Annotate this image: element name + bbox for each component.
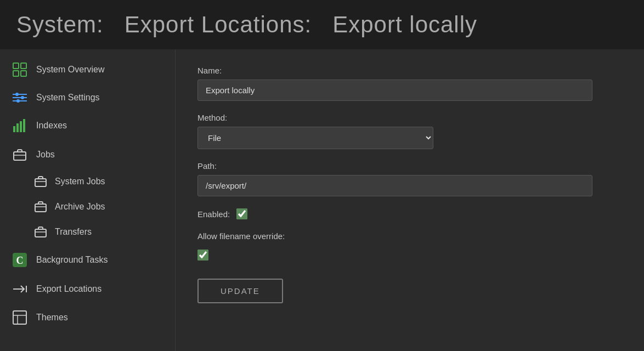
svg-rect-0 xyxy=(13,63,19,69)
sidebar-item-archive-jobs[interactable]: Archive Jobs xyxy=(0,194,175,219)
name-group: Name: xyxy=(197,66,622,101)
sidebar-item-system-overview[interactable]: System Overview xyxy=(0,55,175,84)
sidebar-item-jobs[interactable]: Jobs xyxy=(0,140,175,169)
allow-override-group: Allow filename override: xyxy=(197,231,622,262)
enabled-label: Enabled: xyxy=(197,210,230,219)
method-select[interactable]: File S3 FTP xyxy=(197,127,433,149)
update-button[interactable]: UPDATE xyxy=(197,279,283,303)
method-label: Method: xyxy=(197,113,622,122)
sidebar-label-background-tasks: Background Tasks xyxy=(36,255,108,265)
name-input[interactable] xyxy=(197,80,592,101)
system-overview-icon xyxy=(11,63,29,77)
breadcrumb-export-locations: Export Locations: xyxy=(125,12,312,37)
content-area: Name: Method: File S3 FTP Path: Enabled: xyxy=(176,49,644,351)
indexes-icon xyxy=(11,118,29,133)
svg-rect-20 xyxy=(35,229,46,237)
sidebar-label-themes: Themes xyxy=(36,313,68,322)
svg-rect-26 xyxy=(13,311,26,324)
path-label: Path: xyxy=(197,161,622,171)
svg-rect-18 xyxy=(35,204,46,212)
sidebar-label-jobs: Jobs xyxy=(36,150,55,160)
enabled-checkbox[interactable] xyxy=(236,208,247,219)
bg-tasks-icon: C xyxy=(11,252,29,268)
breadcrumb-system: System: xyxy=(16,12,104,37)
method-group: Method: File S3 FTP xyxy=(197,113,622,149)
system-settings-icon xyxy=(11,92,29,103)
sidebar-label-system-overview: System Overview xyxy=(36,65,104,75)
enabled-inline: Enabled: xyxy=(197,208,622,219)
enabled-group: Enabled: xyxy=(197,208,622,219)
svg-rect-12 xyxy=(20,121,22,132)
sidebar: System Overview System Settings xyxy=(0,49,176,351)
path-input[interactable] xyxy=(197,175,592,196)
svg-rect-1 xyxy=(21,63,26,69)
allow-override-label: Allow filename override: xyxy=(197,231,622,241)
export-locations-icon xyxy=(11,283,29,295)
svg-rect-11 xyxy=(16,123,19,132)
themes-icon xyxy=(11,310,29,325)
sidebar-item-system-jobs[interactable]: System Jobs xyxy=(0,169,175,194)
main-layout: System Overview System Settings xyxy=(0,49,644,351)
sidebar-item-background-tasks[interactable]: C Background Tasks xyxy=(0,245,175,275)
svg-text:C: C xyxy=(16,255,24,266)
sidebar-item-themes[interactable]: Themes xyxy=(0,303,175,332)
svg-rect-2 xyxy=(13,71,19,76)
sidebar-item-export-locations[interactable]: Export Locations xyxy=(0,275,175,303)
sidebar-item-transfers[interactable]: Transfers xyxy=(0,219,175,245)
sidebar-label-export-locations: Export Locations xyxy=(36,284,101,294)
svg-rect-10 xyxy=(13,126,15,132)
name-label: Name: xyxy=(197,66,622,75)
svg-rect-3 xyxy=(21,71,26,76)
sidebar-item-indexes[interactable]: Indexes xyxy=(0,111,175,140)
sidebar-label-transfers: Transfers xyxy=(55,227,92,237)
path-group: Path: xyxy=(197,161,622,196)
page-header: System: Export Locations: Export locally xyxy=(0,0,644,49)
sidebar-label-system-settings: System Settings xyxy=(36,93,100,103)
svg-point-7 xyxy=(21,96,24,99)
archive-jobs-icon xyxy=(33,201,48,213)
sidebar-label-indexes: Indexes xyxy=(36,121,67,131)
sidebar-label-archive-jobs: Archive Jobs xyxy=(55,202,105,212)
svg-rect-13 xyxy=(23,119,25,132)
breadcrumb-export-locally: Export locally xyxy=(332,12,477,37)
svg-rect-14 xyxy=(14,152,26,160)
jobs-icon xyxy=(11,148,29,161)
transfers-icon xyxy=(33,226,48,238)
allow-override-checkbox[interactable] xyxy=(197,250,208,261)
svg-point-9 xyxy=(16,99,20,103)
sidebar-label-system-jobs: System Jobs xyxy=(55,177,105,186)
page-title: System: Export Locations: Export locally xyxy=(16,12,477,38)
svg-point-5 xyxy=(15,93,19,96)
system-jobs-icon xyxy=(33,176,48,188)
svg-rect-16 xyxy=(35,179,46,186)
sidebar-item-system-settings[interactable]: System Settings xyxy=(0,84,175,111)
